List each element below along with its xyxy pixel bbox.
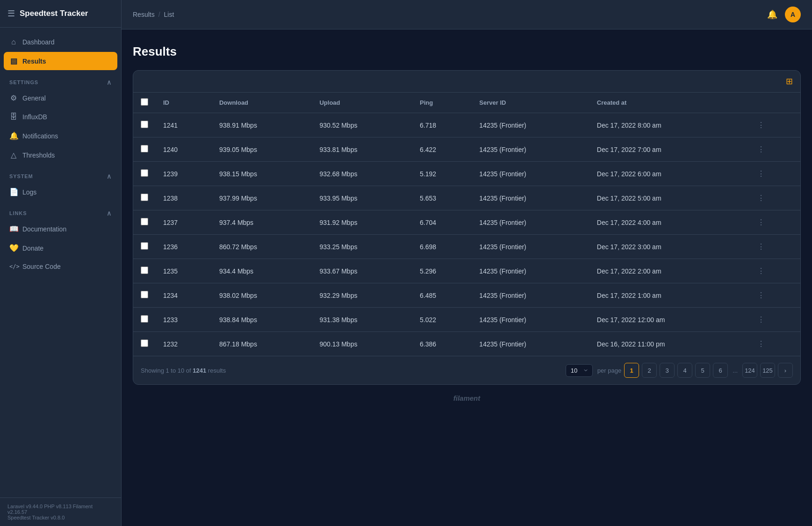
- donate-icon: 💛: [9, 244, 18, 252]
- table-body: 1241 938.91 Mbps 930.52 Mbps 6.718 14235…: [133, 113, 800, 356]
- sidebar-item-thresholds[interactable]: △ Thresholds: [4, 146, 117, 164]
- row-menu-btn-8[interactable]: ⋮: [755, 314, 768, 325]
- cell-ping: 6.485: [412, 283, 472, 308]
- page-btn-4[interactable]: 4: [677, 363, 692, 378]
- row-checkbox-3[interactable]: [141, 194, 148, 201]
- topbar: Results / List 🔔 A: [122, 0, 812, 29]
- sidebar-item-donate[interactable]: 💛 Donate: [4, 239, 117, 257]
- cell-ping: 5.653: [412, 186, 472, 210]
- page-btn-6[interactable]: 6: [713, 363, 728, 378]
- cell-created-at: Dec 17, 2022 1:00 am: [589, 283, 747, 308]
- row-checkbox-1[interactable]: [141, 145, 148, 152]
- hamburger-icon[interactable]: ☰: [7, 8, 15, 19]
- row-menu-btn-3[interactable]: ⋮: [755, 193, 768, 203]
- footer-app-version: Speedtest Tracker v0.8.0: [7, 515, 114, 520]
- row-menu-btn-4[interactable]: ⋮: [755, 217, 768, 228]
- row-checkbox-5[interactable]: [141, 242, 148, 250]
- select-all-checkbox[interactable]: [141, 98, 148, 106]
- cell-created-at: Dec 17, 2022 12:00 am: [589, 308, 747, 332]
- pagination: 10 25 50 100 per page 1 2 3 4 5 6 ... 12…: [566, 363, 793, 378]
- links-collapse-icon[interactable]: ∧: [107, 209, 112, 217]
- cell-download: 938.15 Mbps: [212, 162, 312, 186]
- table-row: 1239 938.15 Mbps 932.68 Mbps 5.192 14235…: [133, 162, 800, 186]
- sidebar-item-influxdb[interactable]: 🗄 InfluxDB: [4, 108, 117, 126]
- cell-ping: 6.422: [412, 137, 472, 162]
- filament-footer: filament: [133, 385, 801, 411]
- cell-upload: 930.52 Mbps: [312, 113, 412, 137]
- logs-icon: 📄: [9, 187, 18, 196]
- cell-server-id: 14235 (Frontier): [472, 283, 589, 308]
- cell-upload: 933.67 Mbps: [312, 259, 412, 283]
- cell-ping: 6.718: [412, 113, 472, 137]
- sidebar-item-influxdb-label: InfluxDB: [22, 113, 47, 121]
- col-ping: Ping: [412, 93, 472, 113]
- row-menu-btn-5[interactable]: ⋮: [755, 241, 768, 252]
- row-checkbox-9[interactable]: [141, 339, 148, 347]
- row-checkbox-6[interactable]: [141, 267, 148, 274]
- page-title: Results: [133, 44, 801, 59]
- table-toolbar: ⊞: [133, 71, 800, 93]
- cell-created-at: Dec 17, 2022 4:00 am: [589, 210, 747, 235]
- page-btn-1[interactable]: 1: [624, 363, 639, 378]
- documentation-icon: 📖: [9, 224, 18, 233]
- sidebar-item-logs-label: Logs: [22, 188, 36, 196]
- row-menu-btn-0[interactable]: ⋮: [755, 120, 768, 130]
- cell-server-id: 14235 (Frontier): [472, 137, 589, 162]
- sidebar-item-results-label: Results: [22, 58, 46, 65]
- row-menu-btn-6[interactable]: ⋮: [755, 266, 768, 276]
- avatar[interactable]: A: [785, 7, 801, 22]
- home-icon: ⌂: [9, 38, 18, 46]
- cell-created-at: Dec 17, 2022 8:00 am: [589, 113, 747, 137]
- thresholds-icon: △: [9, 151, 18, 159]
- table-row: 1232 867.18 Mbps 900.13 Mbps 6.386 14235…: [133, 332, 800, 356]
- sidebar-item-notifications[interactable]: 🔔 Notifications: [4, 127, 117, 145]
- sidebar-item-logs[interactable]: 📄 Logs: [4, 183, 117, 201]
- sidebar-item-documentation[interactable]: 📖 Documentation: [4, 220, 117, 238]
- sidebar-item-general[interactable]: ⚙ General: [4, 89, 117, 107]
- page-btn-3[interactable]: 3: [660, 363, 675, 378]
- notifications-bell-button[interactable]: 🔔: [765, 7, 779, 22]
- sidebar-item-dashboard[interactable]: ⌂ Dashboard: [4, 33, 117, 51]
- row-menu-btn-7[interactable]: ⋮: [755, 290, 768, 301]
- sidebar-nav: ⌂ Dashboard ▤ Results SETTINGS ∧ ⚙ Gener…: [0, 28, 121, 497]
- col-created-at: Created at: [589, 93, 747, 113]
- row-checkbox-7[interactable]: [141, 291, 148, 298]
- source-code-icon: </>: [9, 263, 18, 270]
- cell-download: 937.99 Mbps: [212, 186, 312, 210]
- columns-toggle-icon[interactable]: ⊞: [786, 76, 793, 86]
- col-id: ID: [156, 93, 212, 113]
- row-checkbox-8[interactable]: [141, 315, 148, 323]
- table-row: 1238 937.99 Mbps 933.95 Mbps 5.653 14235…: [133, 186, 800, 210]
- row-checkbox-0[interactable]: [141, 121, 148, 128]
- per-page-select[interactable]: 10 25 50 100: [566, 364, 593, 377]
- results-icon: ▤: [9, 57, 18, 65]
- cell-server-id: 14235 (Frontier): [472, 308, 589, 332]
- row-menu-btn-1[interactable]: ⋮: [755, 144, 768, 155]
- app-title: Speedtest Tracker: [20, 9, 88, 18]
- table-row: 1240 939.05 Mbps 933.81 Mbps 6.422 14235…: [133, 137, 800, 162]
- page-btn-124[interactable]: 124: [742, 363, 757, 378]
- footer-versions: Laravel v9.44.0 PHP v8.113 Filament v2.1…: [7, 504, 114, 515]
- row-menu-btn-2[interactable]: ⋮: [755, 168, 768, 179]
- cell-created-at: Dec 17, 2022 2:00 am: [589, 259, 747, 283]
- general-icon: ⚙: [9, 94, 18, 102]
- cell-download: 938.02 Mbps: [212, 283, 312, 308]
- row-checkbox-2[interactable]: [141, 169, 148, 177]
- cell-id: 1232: [156, 332, 212, 356]
- page-btn-125[interactable]: 125: [760, 363, 775, 378]
- sidebar-item-source-code[interactable]: </> Source Code: [4, 258, 117, 275]
- settings-collapse-icon[interactable]: ∧: [107, 79, 112, 86]
- system-collapse-icon[interactable]: ∧: [107, 173, 112, 180]
- page-btn-5[interactable]: 5: [695, 363, 710, 378]
- cell-ping: 5.192: [412, 162, 472, 186]
- sidebar-footer: Laravel v9.44.0 PHP v8.113 Filament v2.1…: [0, 497, 121, 526]
- row-checkbox-4[interactable]: [141, 218, 148, 225]
- next-page-btn[interactable]: ›: [778, 363, 793, 378]
- row-menu-btn-9[interactable]: ⋮: [755, 339, 768, 349]
- sidebar-item-results[interactable]: ▤ Results: [4, 52, 117, 70]
- sidebar: ☰ Speedtest Tracker ⌂ Dashboard ▤ Result…: [0, 0, 122, 526]
- breadcrumb: Results / List: [133, 11, 174, 18]
- breadcrumb-current: List: [164, 11, 174, 18]
- page-btn-2[interactable]: 2: [642, 363, 657, 378]
- sidebar-item-dashboard-label: Dashboard: [22, 38, 55, 46]
